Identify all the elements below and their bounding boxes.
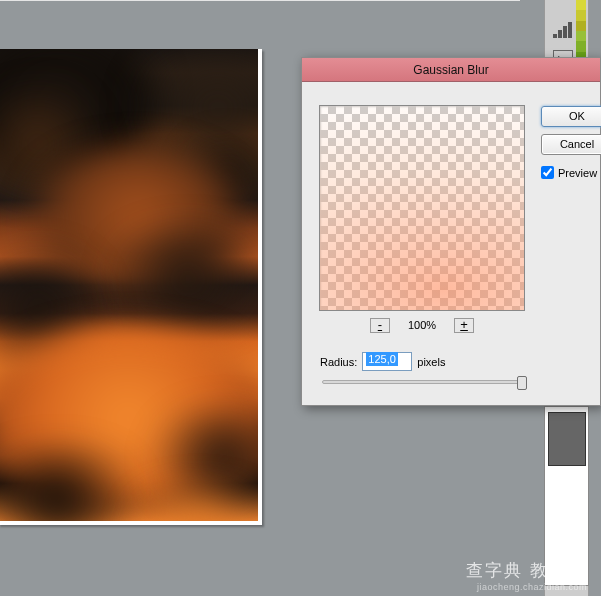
svg-rect-1 [558, 30, 562, 38]
layer-thumbnail[interactable] [548, 412, 586, 466]
cancel-button[interactable]: Cancel [541, 134, 601, 155]
ok-button[interactable]: OK [541, 106, 601, 127]
radius-slider[interactable] [322, 380, 524, 384]
zoom-controls: - 100% + [319, 316, 525, 334]
history-icon[interactable] [553, 22, 573, 38]
zoom-level-label: 100% [408, 319, 436, 331]
radius-row: Radius: 125,0 pixels [320, 352, 445, 371]
svg-rect-2 [563, 26, 567, 38]
watermark-sub: jiaocheng.chazidian.com [466, 582, 587, 592]
radius-input[interactable]: 125,0 [362, 352, 412, 371]
preview-checkbox-label: Preview [558, 167, 597, 179]
preview-content [320, 106, 524, 310]
preview-checkbox[interactable] [541, 166, 554, 179]
clouds-image [0, 49, 258, 521]
blur-preview[interactable] [319, 105, 525, 311]
svg-rect-0 [553, 34, 557, 38]
watermark: 查字典 教程网 jiaocheng.chazidian.com [466, 559, 587, 592]
radius-label: Radius: [320, 356, 357, 368]
zoom-in-button[interactable]: + [454, 318, 474, 333]
watermark-main: 查字典 教程网 [466, 559, 587, 582]
radius-unit: pixels [417, 356, 445, 368]
gaussian-blur-dialog: Gaussian Blur - 100% + Radius: 125,0 pix… [301, 57, 601, 406]
radius-slider-thumb[interactable] [517, 376, 527, 390]
color-swatches[interactable] [576, 0, 586, 62]
preview-checkbox-row[interactable]: Preview [541, 166, 597, 179]
image-canvas[interactable] [0, 49, 262, 525]
svg-rect-3 [568, 22, 572, 38]
dialog-title: Gaussian Blur [302, 58, 600, 82]
zoom-out-button[interactable]: - [370, 318, 390, 333]
